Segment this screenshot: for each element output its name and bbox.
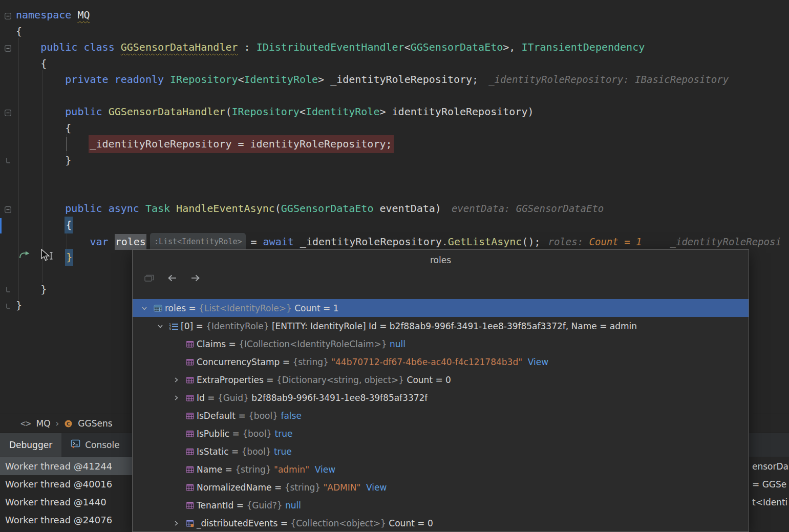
code-token: } bbox=[16, 299, 22, 311]
forward-arrow-icon[interactable] bbox=[190, 274, 201, 282]
code-token: < bbox=[404, 41, 411, 53]
variable-text: {string} bbox=[285, 482, 321, 493]
code-token: { bbox=[16, 57, 47, 70]
code-line: { bbox=[0, 120, 789, 137]
code-line: _identityRoleRepository = identityRoleRe… bbox=[0, 136, 789, 153]
variable-text: ExtraProperties = bbox=[197, 375, 276, 385]
code-line: private readonly IRepository<IdentityRol… bbox=[0, 72, 789, 88]
variable-row[interactable]: Name = {string} "admin" View bbox=[133, 460, 749, 478]
chevron-down-icon[interactable] bbox=[138, 305, 151, 312]
code-token: ( bbox=[225, 105, 231, 118]
fold-end-icon[interactable] bbox=[5, 157, 11, 166]
variable-text: "admin" bbox=[271, 464, 309, 475]
variable-text: _distributedEvents = bbox=[197, 518, 290, 528]
variable-text: {Guid?} bbox=[246, 500, 282, 510]
code-token: GGSensorDataHandler bbox=[121, 41, 238, 53]
variable-row[interactable]: Id = {Guid} b2f88ab9-996f-3491-1ee8-39f8… bbox=[133, 389, 749, 407]
watch-icon[interactable] bbox=[144, 273, 154, 283]
popup-title: roles bbox=[133, 250, 749, 265]
variable-row[interactable]: _distributedEvents = {Collection<object>… bbox=[133, 514, 749, 532]
tab-debugger[interactable]: Debugger bbox=[0, 433, 61, 457]
inlay-type-chip: :List<IdentityRole> bbox=[150, 233, 246, 251]
variable-row[interactable]: IsStatic = {bool} true bbox=[133, 442, 749, 460]
code-token bbox=[16, 138, 90, 150]
code-token: ( bbox=[275, 202, 281, 215]
variable-row[interactable]: 123[0] = {IdentityRole} [ENTITY: Identit… bbox=[133, 317, 749, 335]
view-link[interactable]: View bbox=[522, 357, 548, 367]
fold-start-icon[interactable] bbox=[5, 12, 11, 22]
variable-row[interactable]: Claims = {ICollection<IdentityRoleClaim>… bbox=[133, 335, 749, 353]
variable-text: {ICollection<IdentityRoleClaim>} bbox=[239, 339, 387, 349]
code-token: _identityRoleRepository bbox=[300, 236, 442, 248]
variable-text: {List<IdentityRole>} bbox=[199, 303, 292, 313]
code-token bbox=[16, 41, 40, 53]
variable-row[interactable]: IsDefault = {bool} false bbox=[133, 407, 749, 424]
chevron-right-icon[interactable] bbox=[169, 376, 183, 384]
breadcrumb-item-namespace[interactable]: MQ bbox=[36, 418, 50, 429]
variable-row[interactable]: roles = {List<IdentityRole>} Count = 1 bbox=[133, 299, 749, 317]
variable-row[interactable]: IsPublic = {bool} true bbox=[133, 424, 749, 442]
variable-text: {bool} bbox=[242, 429, 272, 439]
code-token: = bbox=[250, 236, 263, 248]
code-token: GGSensorDataHandler bbox=[109, 105, 226, 118]
debugger-popup[interactable]: roles roles = {List<IdentityRole>} Count… bbox=[132, 249, 749, 532]
code-token bbox=[102, 105, 109, 118]
variable-text: Count = 1 bbox=[292, 303, 339, 313]
property-icon bbox=[183, 412, 197, 420]
code-token bbox=[16, 73, 65, 86]
code-token: identityRoleRepository) bbox=[392, 105, 534, 118]
code-token: (); bbox=[522, 236, 540, 248]
code-line: { bbox=[0, 56, 789, 72]
variable-row[interactable]: NormalizedName = {string} "ADMIN" View bbox=[133, 478, 749, 496]
variable-fragment: t<Identi bbox=[752, 494, 789, 512]
variable-text: null bbox=[387, 339, 406, 349]
thread-row[interactable]: Worker thread @24076 bbox=[0, 511, 132, 529]
chevron-down-icon[interactable] bbox=[154, 323, 167, 330]
code-token: private bbox=[65, 73, 108, 86]
code-line: { bbox=[0, 217, 789, 233]
code-token: < bbox=[300, 105, 306, 118]
view-link[interactable]: View bbox=[309, 464, 335, 475]
namespace-icon: <> bbox=[20, 418, 31, 429]
tab-console[interactable]: Console bbox=[61, 433, 129, 457]
chevron-right-icon[interactable] bbox=[169, 520, 183, 527]
code-token: Task bbox=[145, 202, 170, 215]
popup-toolbar bbox=[133, 265, 749, 287]
fold-end-icon[interactable] bbox=[5, 286, 11, 295]
view-link[interactable]: View bbox=[360, 482, 387, 493]
jump-to-statement-icon[interactable] bbox=[18, 250, 31, 262]
inline-hint: _identityRoleRepository: IBasicRepositor… bbox=[488, 74, 729, 85]
variable-text: IsDefault = bbox=[197, 411, 248, 421]
variable-row[interactable]: TenantId = {Guid?} null bbox=[133, 496, 749, 514]
thread-row[interactable]: Worker thread @41244 bbox=[0, 457, 132, 475]
code-token: eventData) bbox=[373, 202, 441, 215]
chevron-right-icon[interactable] bbox=[169, 394, 183, 401]
variable-text: false bbox=[278, 411, 302, 421]
variable-row[interactable]: ConcurrencyStamp = {string} "44b70712-df… bbox=[133, 353, 749, 371]
fold-start-icon[interactable] bbox=[5, 205, 11, 215]
variable-text: [0] = bbox=[181, 321, 206, 331]
variable-text: Count = 0 bbox=[404, 375, 451, 385]
fold-start-icon[interactable] bbox=[5, 44, 11, 54]
code-token: _identityRoleRepository; bbox=[330, 73, 478, 86]
code-token bbox=[16, 219, 65, 231]
variable-row[interactable]: ExtraProperties = {Dictionary<string, ob… bbox=[133, 371, 749, 389]
code-token bbox=[109, 73, 115, 86]
fold-end-icon[interactable] bbox=[5, 302, 11, 312]
console-icon bbox=[71, 439, 80, 451]
thread-row[interactable]: Worker thread @40016 bbox=[0, 475, 132, 493]
breadcrumb-item-class[interactable]: GGSens bbox=[78, 418, 112, 429]
variable-text: NormalizedName = bbox=[197, 482, 285, 493]
code-token: > bbox=[318, 73, 330, 86]
tab-debugger-label: Debugger bbox=[9, 440, 52, 450]
inline-hint: eventData: GGSensorDataEto bbox=[452, 203, 604, 214]
thread-row[interactable]: Worker thread @1440 bbox=[0, 493, 132, 511]
fold-start-icon[interactable] bbox=[5, 109, 11, 118]
code-token bbox=[170, 202, 176, 215]
code-token: ITransientDependency bbox=[521, 41, 645, 53]
property-icon bbox=[183, 448, 197, 456]
ordered-list-icon: 123 bbox=[167, 322, 181, 330]
property-icon bbox=[183, 340, 197, 348]
variable-text: Claims = bbox=[197, 339, 239, 349]
back-arrow-icon[interactable] bbox=[166, 274, 178, 282]
